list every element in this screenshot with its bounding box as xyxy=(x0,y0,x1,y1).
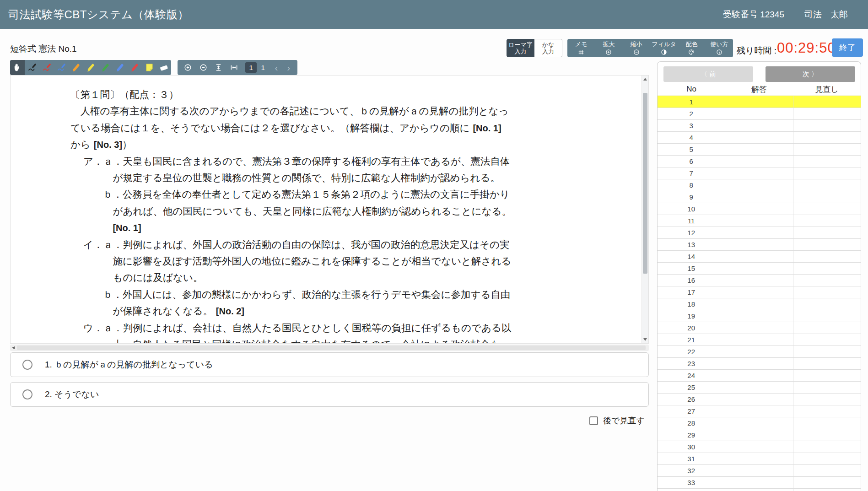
finish-button[interactable]: 終了 xyxy=(832,38,863,57)
page-title: 短答式 憲法 No.1 xyxy=(10,43,77,55)
tool-shrink-button[interactable]: 縮小 xyxy=(623,39,650,57)
shrink-icon xyxy=(633,49,640,56)
marker-yellow[interactable] xyxy=(83,60,98,75)
memo-icon xyxy=(578,49,584,56)
radio-button[interactable] xyxy=(22,360,32,370)
question-row-21[interactable]: 21 xyxy=(658,334,861,345)
question-row-16[interactable]: 16 xyxy=(658,274,861,286)
scroll-up-icon[interactable] xyxy=(643,78,647,81)
question-row-25[interactable]: 25 xyxy=(658,381,861,393)
question-row-33[interactable]: 33 xyxy=(658,476,861,488)
document-line: が保障されなくなる。 [No. 2] xyxy=(113,303,512,319)
question-row-10[interactable]: 10 xyxy=(658,203,861,215)
question-row-31[interactable]: 31 xyxy=(658,453,861,464)
annotation-toolbar xyxy=(10,60,171,75)
prev-page-icon[interactable]: ‹ xyxy=(270,60,283,75)
pen-black[interactable] xyxy=(25,60,39,75)
answer-option-1[interactable]: 1. ｂの見解がａの見解の批判となっている xyxy=(10,352,649,377)
palette-icon xyxy=(688,49,695,56)
answer-option-2[interactable]: 2. そうでない xyxy=(10,382,649,407)
tool-magnify-button[interactable]: 拡大 xyxy=(595,39,622,57)
question-row-14[interactable]: 14 xyxy=(658,250,861,262)
answer-option-label: 1. ｂの見解がａの見解の批判となっている xyxy=(45,359,213,371)
vertical-scroll-thumb[interactable] xyxy=(643,93,647,274)
question-row-15[interactable]: 15 xyxy=(658,262,861,274)
question-row-18[interactable]: 18 xyxy=(658,298,861,310)
tool-help-button[interactable]: 使い方 xyxy=(706,39,733,57)
question-row-24[interactable]: 24 xyxy=(658,369,861,381)
note-tool[interactable] xyxy=(142,60,156,75)
question-row-17[interactable]: 17 xyxy=(658,286,861,298)
remaining-time: 00:29:50 xyxy=(777,40,836,56)
input-mode-kana[interactable]: かな入力 xyxy=(534,39,562,57)
question-row-2[interactable]: 2 xyxy=(658,108,861,119)
fit-width-icon[interactable] xyxy=(226,60,241,75)
magnify-icon xyxy=(605,49,612,56)
question-row-26[interactable]: 26 xyxy=(658,393,861,405)
document-line: ウ．ａ．判例によれば、会社は、自然人たる国民とひとしく国税等の負担に任ずるもので… xyxy=(83,320,512,336)
scroll-down-icon[interactable] xyxy=(643,338,647,341)
document-line: 上、自然人たる国民と同様に政治献金をする自由を有するので、会社による政治献金も xyxy=(113,336,512,344)
question-row-28[interactable]: 28 xyxy=(658,417,861,429)
horizontal-scrollbar[interactable] xyxy=(10,345,649,351)
tool-filter-button[interactable]: フィルタ xyxy=(650,39,678,57)
tool-memo-button[interactable]: メモ xyxy=(567,39,595,57)
page-number-input[interactable]: 1 xyxy=(245,62,257,73)
review-later-checkbox[interactable] xyxy=(589,416,598,425)
question-row-3[interactable]: 3 xyxy=(658,119,861,131)
question-row-8[interactable]: 8 xyxy=(658,179,861,191)
question-row-9[interactable]: 9 xyxy=(658,191,861,203)
hand-tool[interactable] xyxy=(10,60,25,75)
tool-palette-button[interactable]: 配色 xyxy=(678,39,705,57)
column-answer: 解答 xyxy=(725,84,793,95)
input-mode-romaji[interactable]: ローマ字入力 xyxy=(507,39,534,57)
question-text: 〔第１問〕（配点：３）人権の享有主体に関する次のアからウまでの各記述について、ｂ… xyxy=(70,86,512,344)
question-row-1[interactable]: 1 xyxy=(658,96,861,108)
filter-icon xyxy=(661,49,667,56)
horizontal-scroll-thumb[interactable] xyxy=(17,345,646,350)
question-row-12[interactable]: 12 xyxy=(658,227,861,238)
zoom-out-icon[interactable] xyxy=(195,60,210,75)
next-page-icon[interactable]: › xyxy=(282,60,295,75)
marker-green[interactable] xyxy=(98,60,113,75)
question-row-23[interactable]: 23 xyxy=(658,357,861,369)
question-row-30[interactable]: 30 xyxy=(658,441,861,453)
question-row-20[interactable]: 20 xyxy=(658,322,861,334)
question-row-29[interactable]: 29 xyxy=(658,429,861,441)
question-row-34[interactable]: 34 xyxy=(658,488,861,491)
page-total: 1 xyxy=(261,64,264,71)
question-row-27[interactable]: 27 xyxy=(658,405,861,417)
marker-blue[interactable] xyxy=(113,60,127,75)
question-list-panel: 〈 前 次 〉 No 解答 見直し 1 2 3 4 5 6 7 xyxy=(657,61,861,491)
document-line: があれば、他の国民についても、天皇と同様に広範な人権制約が認められることになる。 xyxy=(113,203,512,220)
document-line: ア．ａ．天皇も国民に含まれるので、憲法第３章の保障する権利の享有主体であるが、憲… xyxy=(83,153,512,170)
question-row-7[interactable]: 7 xyxy=(658,167,861,179)
pen-blue[interactable] xyxy=(54,60,69,75)
question-row-6[interactable]: 6 xyxy=(658,155,861,167)
vertical-scrollbar[interactable] xyxy=(642,76,648,343)
review-later-row: 後で見直す xyxy=(589,415,645,426)
document-line: ている場合には１を、そうでない場合には２を選びなさい。（解答欄は、アからウの順に… xyxy=(70,120,512,136)
question-row-5[interactable]: 5 xyxy=(658,143,861,155)
zoom-in-icon[interactable] xyxy=(180,60,195,75)
prev-question-button[interactable]: 〈 前 xyxy=(663,66,753,82)
question-row-13[interactable]: 13 xyxy=(658,238,861,250)
question-row-32[interactable]: 32 xyxy=(658,464,861,476)
next-question-button[interactable]: 次 〉 xyxy=(766,66,855,82)
scroll-left-icon[interactable] xyxy=(12,346,15,349)
document-line: ｂ．公務員を全体の奉仕者として定める憲法第１５条第２項のように憲法の文言に手掛か… xyxy=(103,186,512,203)
marker-red[interactable] xyxy=(127,60,142,75)
eraser-tool[interactable] xyxy=(156,60,171,75)
question-row-19[interactable]: 19 xyxy=(658,310,861,322)
pen-red[interactable] xyxy=(39,60,54,75)
column-review: 見直し xyxy=(793,84,861,95)
question-table: 1 2 3 4 5 6 7 8 9 xyxy=(658,96,861,491)
question-row-4[interactable]: 4 xyxy=(658,131,861,143)
question-row-11[interactable]: 11 xyxy=(658,215,861,227)
question-row-22[interactable]: 22 xyxy=(658,345,861,357)
document-viewer[interactable]: 〔第１問〕（配点：３）人権の享有主体に関する次のアからウまでの各記述について、ｂ… xyxy=(10,75,649,344)
fit-height-icon[interactable] xyxy=(211,60,226,75)
marker-orange[interactable] xyxy=(69,60,83,75)
radio-button[interactable] xyxy=(22,389,32,399)
document-line: 人権の享有主体に関する次のアからウまでの各記述について、ｂの見解がａの見解の批判… xyxy=(81,103,512,119)
